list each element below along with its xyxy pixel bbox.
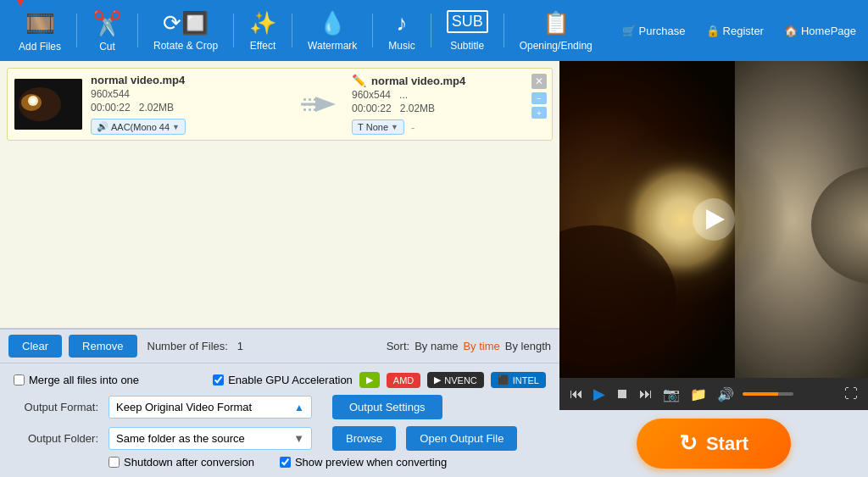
start-button[interactable]: ↻ Start bbox=[637, 419, 791, 469]
show-preview-checkbox-label[interactable]: Show preview when converting bbox=[280, 456, 447, 469]
svg-rect-15 bbox=[309, 108, 311, 111]
output-format-row: Output Format: Keep Original Video Forma… bbox=[14, 395, 546, 419]
merge-checkbox[interactable] bbox=[14, 374, 25, 385]
file-selectors: 🔊 AAC(Mono 44 ▼ bbox=[91, 119, 284, 135]
homepage-label: HomePage bbox=[801, 25, 856, 37]
sort-by-length[interactable]: By length bbox=[505, 340, 551, 352]
show-preview-checkbox[interactable] bbox=[280, 457, 291, 468]
nvenc-label: NVENC bbox=[444, 375, 477, 385]
output-meta: 960x544 ... bbox=[352, 89, 545, 101]
audio-track-selector[interactable]: 🔊 AAC(Mono 44 ▼ bbox=[91, 119, 186, 135]
folder-chevron-icon: ▼ bbox=[293, 432, 304, 445]
svg-rect-10 bbox=[314, 98, 316, 101]
svg-rect-13 bbox=[314, 103, 316, 106]
format-select-dropdown[interactable]: Keep Original Video Format ▲ bbox=[108, 396, 312, 419]
shutdown-checkbox-label[interactable]: Shutdown after conversion bbox=[108, 456, 254, 469]
output-filename: normal video.mp4 bbox=[371, 75, 465, 87]
subtitle-chevron-icon: ▼ bbox=[391, 123, 398, 131]
format-value: Keep Original Video Format bbox=[116, 401, 252, 413]
amd-badge: AMD bbox=[387, 373, 420, 388]
effect-label: Effect bbox=[250, 40, 275, 52]
remove-button[interactable]: Remove bbox=[69, 335, 136, 358]
audio-chevron-icon: ▼ bbox=[172, 123, 180, 131]
merge-checkbox-label[interactable]: Merge all files into one bbox=[14, 374, 139, 386]
snapshot-button[interactable]: 📷 bbox=[661, 385, 682, 404]
gpu-checkbox[interactable] bbox=[213, 374, 224, 385]
audio-track-value: AAC(Mono 44 bbox=[111, 122, 170, 132]
play-pause-button[interactable]: ▶ bbox=[592, 383, 607, 405]
register-button[interactable]: 🔒 Register bbox=[701, 21, 769, 41]
merge-label: Merge all files into one bbox=[29, 374, 139, 386]
sort-by-time[interactable]: By time bbox=[463, 340, 499, 352]
clear-button[interactable]: Clear bbox=[8, 335, 62, 358]
watermark-icon: 💧 bbox=[319, 10, 346, 36]
volume-slider[interactable] bbox=[743, 392, 793, 396]
output-duration-size: 00:00:22 2.02MB bbox=[352, 103, 545, 114]
toolbar: 🎞️ Add Files ✂️ Cut ⟳🔲 Rotate & Crop ✨ E… bbox=[0, 0, 868, 61]
rotate-crop-button[interactable]: ⟳🔲 Rotate & Crop bbox=[142, 5, 230, 57]
skip-back-button[interactable]: ⏮ bbox=[568, 385, 585, 403]
file-controls-bar: Clear Remove Number of Files: 1 Sort: By… bbox=[0, 330, 559, 363]
intel-label: INTEL bbox=[513, 375, 539, 385]
format-chevron-icon: ▲ bbox=[294, 402, 304, 413]
sort-by-name[interactable]: By name bbox=[415, 340, 458, 352]
fullscreen-button[interactable]: ⛶ bbox=[843, 385, 860, 403]
subtitle-track-selector[interactable]: T None ▼ bbox=[352, 119, 404, 135]
music-button[interactable]: ♪ Music bbox=[376, 5, 426, 57]
play-button[interactable] bbox=[693, 198, 735, 241]
thumbnail-image bbox=[14, 79, 82, 130]
homepage-button[interactable]: 🏠 HomePage bbox=[779, 21, 861, 41]
folder-button[interactable]: 📁 bbox=[688, 385, 709, 404]
cart-icon: 🛒 bbox=[622, 25, 636, 37]
toolbar-divider-7 bbox=[504, 14, 504, 47]
toolbar-divider-6 bbox=[431, 14, 431, 47]
arrow-icon bbox=[297, 92, 339, 117]
add-files-button[interactable]: 🎞️ Add Files bbox=[7, 4, 73, 58]
video-controls: ⏮ ▶ ⏹ ⏭ 📷 📁 🔊 ⛶ bbox=[559, 378, 868, 410]
video-preview bbox=[559, 61, 868, 378]
music-label: Music bbox=[388, 40, 415, 52]
register-label: Register bbox=[723, 25, 764, 37]
nvidia-icon: ▶ bbox=[366, 374, 373, 385]
shutdown-checkbox[interactable] bbox=[108, 457, 120, 468]
watermark-label: Watermark bbox=[308, 40, 357, 52]
show-preview-label: Show preview when converting bbox=[295, 456, 447, 469]
expand-buttons: − + bbox=[531, 92, 547, 119]
sort-area: Sort: By name By time By length bbox=[387, 340, 551, 352]
volume-button[interactable]: 🔊 bbox=[715, 385, 736, 404]
expand-down-button[interactable]: + bbox=[531, 107, 547, 119]
separator: - bbox=[411, 121, 415, 134]
toolbar-divider-2 bbox=[137, 14, 138, 47]
purchase-button[interactable]: 🛒 Purchase bbox=[617, 21, 691, 41]
file-thumbnail bbox=[14, 79, 82, 130]
effect-button[interactable]: ✨ Effect bbox=[237, 5, 288, 57]
folder-select-dropdown[interactable]: Same folder as the source ▼ bbox=[108, 427, 312, 450]
add-files-label: Add Files bbox=[19, 41, 61, 53]
nvidia-badge: ▶ bbox=[359, 372, 380, 388]
file-source-info: normal video.mp4 960x544 00:00:22 2.02MB… bbox=[91, 74, 284, 135]
file-output-info: ✏️ normal video.mp4 960x544 ... 00:00:22… bbox=[352, 74, 545, 135]
source-duration-size: 00:00:22 2.02MB bbox=[91, 102, 284, 114]
browse-button[interactable]: Browse bbox=[332, 426, 396, 451]
stop-button[interactable]: ⏹ bbox=[614, 385, 631, 403]
output-settings-button[interactable]: Output Settings bbox=[332, 395, 442, 419]
start-area: ↻ Start bbox=[559, 410, 868, 477]
watermark-button[interactable]: 💧 Watermark bbox=[296, 5, 369, 57]
shutdown-label: Shutdown after conversion bbox=[124, 456, 254, 469]
opening-ending-button[interactable]: 📋 Opening/Ending bbox=[508, 5, 604, 57]
svg-rect-9 bbox=[309, 98, 311, 101]
sort-label: Sort: bbox=[387, 340, 409, 352]
open-output-button[interactable]: Open Output File bbox=[406, 426, 517, 451]
refresh-icon: ↻ bbox=[679, 430, 698, 457]
rotate-icon: ⟳🔲 bbox=[163, 10, 209, 36]
skip-forward-button[interactable]: ⏭ bbox=[637, 385, 654, 403]
close-file-button[interactable]: ✕ bbox=[531, 74, 547, 89]
purchase-label: Purchase bbox=[639, 25, 686, 37]
cut-button[interactable]: ✂️ Cut bbox=[81, 4, 134, 58]
subtitle-track-value: None bbox=[366, 122, 388, 132]
subtitle-button[interactable]: SUB Subtitle bbox=[435, 5, 500, 57]
toolbar-divider-3 bbox=[233, 14, 234, 47]
gpu-checkbox-label[interactable]: Enable GPU Acceleration bbox=[213, 374, 353, 386]
expand-up-button[interactable]: − bbox=[531, 92, 547, 104]
intel-badge: ⬛ INTEL bbox=[491, 372, 546, 388]
